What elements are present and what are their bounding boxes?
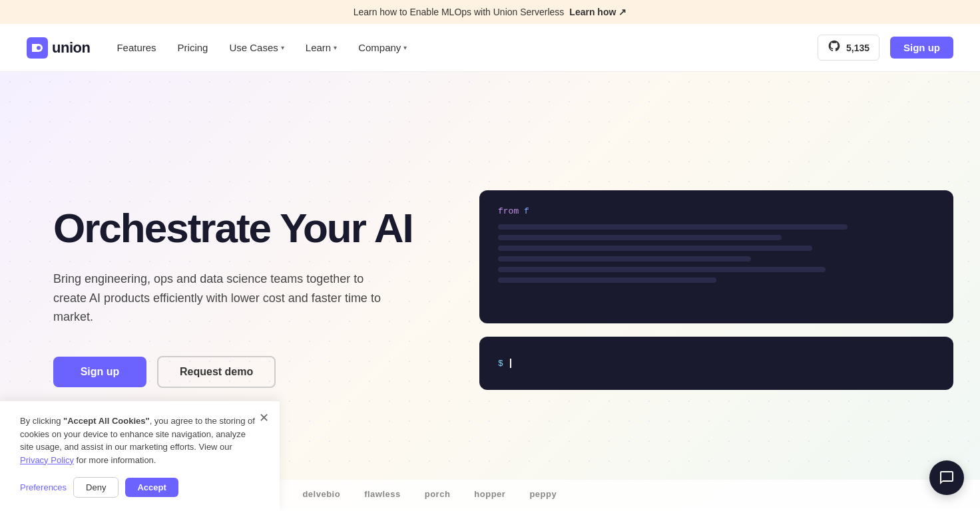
chevron-down-icon: ▾: [281, 44, 284, 51]
navbar: union Features Pricing Use Cases ▾: [0, 24, 980, 72]
top-banner: Learn how to Enable MLOps with Union Ser…: [0, 0, 980, 24]
nav-item-use-cases[interactable]: Use Cases ▾: [229, 42, 284, 53]
hero-signup-button[interactable]: Sign up: [53, 357, 146, 387]
cookie-accept-button[interactable]: Accept: [125, 478, 178, 497]
partner-logo-hopper: hopper: [474, 489, 505, 499]
nav-links: Features Pricing Use Cases ▾ Learn ▾: [117, 42, 407, 53]
hero-subtitle: Bring engineering, ops and data science …: [53, 269, 399, 327]
code-keyword-from: from: [498, 206, 519, 216]
nav-link-pricing[interactable]: Pricing: [178, 42, 208, 53]
cookie-privacy-link[interactable]: Privacy Policy: [20, 455, 74, 465]
cookie-text: By clicking "Accept All Cookies", you ag…: [20, 415, 260, 466]
nav-link-use-cases[interactable]: Use Cases ▾: [229, 42, 284, 53]
cookie-deny-button[interactable]: Deny: [73, 477, 119, 498]
cookie-link-suffix: for more information.: [74, 455, 156, 465]
code-line-1: from f: [498, 206, 935, 216]
hero-right: from f $: [466, 72, 980, 508]
banner-link-label: Learn how: [569, 7, 616, 17]
chat-bubble[interactable]: [929, 460, 964, 495]
svg-point-1: [37, 46, 41, 50]
code-dollar: $: [498, 359, 503, 369]
code-panel-top: from f: [479, 190, 953, 323]
nav-link-features[interactable]: Features: [117, 42, 156, 53]
code-cursor-line: [509, 359, 511, 369]
cookie-banner: ✕ By clicking "Accept All Cookies", you …: [0, 401, 280, 508]
nav-link-company[interactable]: Company ▾: [358, 42, 407, 53]
code-var-f: f: [524, 206, 529, 216]
cookie-preferences-button[interactable]: Preferences: [20, 482, 67, 492]
banner-link-arrow: ↗: [618, 7, 626, 17]
logo-text: union: [52, 39, 90, 57]
logo[interactable]: union: [27, 37, 90, 59]
cookie-highlight: "Accept All Cookies": [63, 416, 150, 426]
cursor-icon: [510, 359, 511, 368]
hero-buttons: Sign up Request demo: [53, 356, 426, 388]
chevron-down-icon: ▾: [403, 44, 407, 51]
github-button[interactable]: 5,135: [818, 35, 879, 61]
nav-item-learn[interactable]: Learn ▾: [306, 42, 337, 53]
cookie-buttons: Preferences Deny Accept: [20, 477, 260, 498]
chat-icon: [939, 470, 955, 486]
banner-link[interactable]: Learn how ↗: [569, 7, 626, 17]
banner-text: Learn how to Enable MLOps with Union Ser…: [354, 7, 565, 17]
cookie-body-text: By clicking: [20, 416, 63, 426]
logo-icon: [27, 37, 48, 59]
cookie-close-button[interactable]: ✕: [259, 411, 269, 425]
hero-demo-button[interactable]: Request demo: [157, 356, 276, 388]
partner-logo-peppy: peppy: [529, 489, 557, 499]
signup-button[interactable]: Sign up: [890, 37, 953, 59]
hero-title: Orchestrate Your AI: [53, 206, 426, 251]
code-panel-bottom: $: [479, 337, 953, 390]
navbar-right: 5,135 Sign up: [818, 35, 953, 61]
nav-item-pricing[interactable]: Pricing: [178, 42, 208, 53]
nav-item-features[interactable]: Features: [117, 42, 156, 53]
nav-item-company[interactable]: Company ▾: [358, 42, 407, 53]
github-icon: [828, 39, 841, 56]
nav-link-learn[interactable]: Learn ▾: [306, 42, 337, 53]
github-stars: 5,135: [846, 43, 869, 53]
navbar-left: union Features Pricing Use Cases ▾: [27, 37, 407, 59]
code-placeholder-lines: [498, 224, 935, 283]
chevron-down-icon: ▾: [334, 44, 337, 51]
